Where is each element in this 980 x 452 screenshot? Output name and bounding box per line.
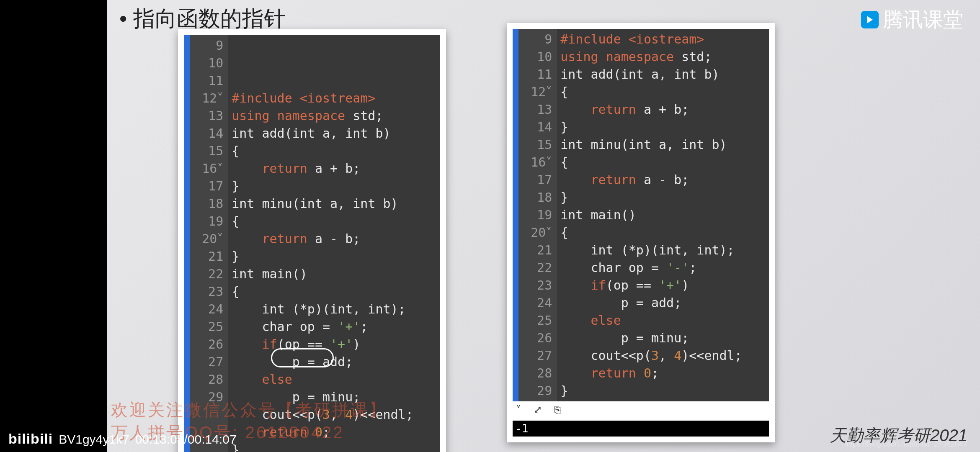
code-line: return 0; bbox=[560, 365, 742, 382]
code-line: p = add; bbox=[560, 294, 742, 312]
code-line: } bbox=[232, 177, 413, 195]
code-line: { bbox=[232, 283, 413, 300]
code-line: { bbox=[232, 213, 413, 230]
code-line: int add(int a, int b) bbox=[232, 125, 413, 142]
code-line: { bbox=[560, 154, 742, 171]
bilibili-logo: bilibili bbox=[8, 431, 53, 447]
code-line: else bbox=[232, 371, 413, 388]
chevron-down-icon[interactable]: ˅ bbox=[516, 404, 521, 416]
code-line: int (*p)(int, int); bbox=[232, 300, 413, 318]
tencent-classroom-logo: 腾讯课堂 bbox=[861, 6, 963, 33]
code-line: if(op == '+') bbox=[560, 277, 742, 294]
code-line: return a - b; bbox=[560, 171, 742, 189]
code-panel-left: 9 10 11 12˅ 13 14 15 16˅ 17 18 19 20˅ 21… bbox=[178, 29, 446, 452]
playback-time: 00:13:05/00:14:07 bbox=[135, 432, 237, 447]
slide-background: 指向函数的指针 腾讯课堂 9 10 11 12˅ 13 14 15 16˅ 17… bbox=[107, 0, 980, 452]
code-line: { bbox=[560, 224, 742, 241]
code-lines-right: #include <iostream>using namespace std;i… bbox=[557, 29, 745, 401]
code-line: using namespace std; bbox=[232, 107, 413, 125]
code-line: int minu(int a, int b) bbox=[560, 136, 742, 154]
code-line: } bbox=[232, 248, 413, 265]
code-line: { bbox=[560, 83, 742, 101]
code-panel-right: 9 10 11 12˅ 13 14 15 16˅ 17 18 19 20˅ 21… bbox=[507, 23, 775, 442]
code-line: int add(int a, int b) bbox=[560, 66, 742, 83]
code-line: cout<<p(3, 4)<<endl; bbox=[560, 347, 742, 365]
code-line: p = add; bbox=[232, 353, 413, 371]
code-line: #include <iostream> bbox=[560, 31, 742, 48]
promo-line1: 欢迎关注微信公众号【考研拼课】 bbox=[111, 398, 387, 421]
gutter-bar bbox=[184, 35, 190, 452]
code-line: int main() bbox=[232, 265, 413, 283]
code-line: } bbox=[560, 189, 742, 206]
code-line: char op = '-'; bbox=[560, 259, 742, 277]
tencent-text: 腾讯课堂 bbox=[883, 6, 963, 33]
code-line: } bbox=[560, 382, 742, 400]
code-line: return a + b; bbox=[560, 101, 742, 118]
code-line: int minu(int a, int b) bbox=[232, 195, 413, 213]
editor-right: 9 10 11 12˅ 13 14 15 16˅ 17 18 19 20˅ 21… bbox=[513, 29, 769, 401]
code-line: p = minu; bbox=[560, 329, 742, 347]
code-line: #include <iostream> bbox=[232, 90, 413, 107]
expand-icon[interactable]: ⤢ bbox=[534, 404, 542, 416]
code-lines-left: #include <iostream>using namespace std;i… bbox=[228, 35, 417, 452]
code-line: int (*p)(int, int); bbox=[560, 241, 742, 259]
code-line: using namespace std; bbox=[560, 48, 742, 66]
code-line: else bbox=[560, 312, 742, 329]
code-line: int main() bbox=[560, 206, 742, 224]
code-line: return a + b; bbox=[232, 160, 413, 177]
bilibili-watermark: bilibili BV1gy4y1k7 00:13:05/00:14:07 bbox=[8, 431, 237, 447]
code-line: if(op == '+') bbox=[232, 336, 413, 353]
code-line: return a - b; bbox=[232, 230, 413, 248]
console-toolbar-right: ˅ ⤢ ⎘ bbox=[513, 401, 769, 418]
line-numbers-left: 9 10 11 12˅ 13 14 15 16˅ 17 18 19 20˅ 21… bbox=[190, 35, 228, 452]
console-output-right: -1 bbox=[513, 421, 769, 437]
editor-left: 9 10 11 12˅ 13 14 15 16˅ 17 18 19 20˅ 21… bbox=[184, 35, 440, 452]
line-numbers-right: 9 10 11 12˅ 13 14 15 16˅ 17 18 19 20˅ 21… bbox=[518, 29, 557, 401]
code-line: char op = '+'; bbox=[232, 318, 413, 336]
gutter-bar bbox=[513, 29, 518, 401]
copy-icon[interactable]: ⎘ bbox=[554, 404, 560, 416]
code-line: { bbox=[232, 142, 413, 160]
play-icon bbox=[861, 11, 879, 28]
bv-id: BV1gy4y1k7 bbox=[59, 432, 129, 447]
code-line: } bbox=[560, 118, 742, 136]
csdn-watermark: https://blog.csdn.net/sinat_27382047 bbox=[844, 440, 967, 449]
